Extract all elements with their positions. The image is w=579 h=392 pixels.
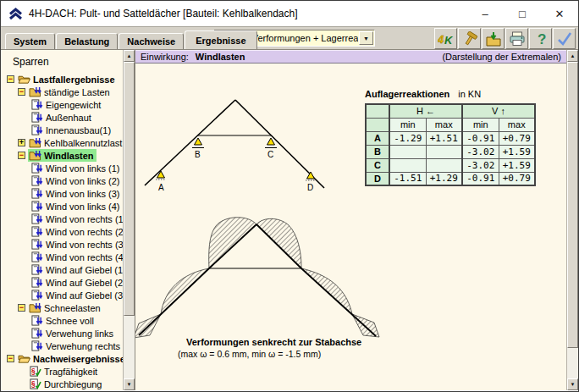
- load-case-icon: [30, 315, 43, 326]
- confirm-button[interactable]: [553, 28, 576, 49]
- load-case-icon: [30, 112, 43, 123]
- tools-button[interactable]: [458, 28, 481, 49]
- truss-diagram: A B C D: [142, 73, 362, 208]
- tree-item-verwehung-links[interactable]: Verwehung links: [1, 327, 123, 340]
- expand-icon[interactable]: +: [18, 139, 25, 146]
- collapse-icon[interactable]: −: [18, 88, 25, 96]
- tree-item-schnee-voll[interactable]: Schnee voll: [1, 314, 123, 327]
- result-canvas: A B C D Auflagerreaktionenin KN H ← V ↑: [135, 63, 566, 390]
- tree-item-kehlbalkennutzlast[interactable]: + Kehlbalkennutzlast: [1, 136, 123, 149]
- collapse-icon[interactable]: −: [18, 152, 25, 159]
- printer-icon: [509, 31, 526, 47]
- tree-item-wind-von-rechts-1[interactable]: Wind von rechts (1): [1, 213, 123, 225]
- 4h-logo-icon: 4 K: [438, 31, 455, 47]
- folder-open-icon: [18, 353, 30, 364]
- deformation-values: (max ω = 0.6 mm, min ω = -1.5 mm): [178, 349, 321, 359]
- tree-item-eigengewicht[interactable]: Eigengewicht: [1, 98, 123, 111]
- tree-item-innenausbau[interactable]: Innenausbau(1): [1, 124, 123, 136]
- collapse-icon[interactable]: −: [18, 304, 25, 312]
- extremalen-note: (Darstellung der Extremalen): [442, 52, 561, 62]
- einwirkung-value: Windlasten: [196, 52, 245, 62]
- scroll-up-icon[interactable]: ▲: [567, 50, 578, 62]
- tab-nachweise[interactable]: Nachweise: [119, 33, 184, 49]
- tree-item-wind-von-rechts-3[interactable]: Wind von rechts (3): [1, 238, 123, 251]
- tree-item-wind-von-links-1[interactable]: Wind von links (1): [1, 162, 123, 174]
- main-scrollbar[interactable]: ▲ ▼: [566, 50, 578, 390]
- tab-system[interactable]: System: [5, 33, 55, 49]
- chevron-down-icon[interactable]: ▼: [359, 31, 373, 45]
- support-label-b: B: [195, 150, 201, 159]
- scroll-down-icon[interactable]: ▼: [124, 378, 135, 390]
- sidebar-title: Sparren: [1, 53, 123, 73]
- toolbar: System Belastung Nachweise Ergebnisse ex…: [1, 26, 578, 49]
- help-button[interactable]: ?: [529, 28, 552, 49]
- scrollbar-thumb[interactable]: [124, 62, 135, 316]
- collapse-icon[interactable]: −: [7, 75, 14, 83]
- tree-item-tragfaehigkeit[interactable]: Tragfähigkeit: [1, 365, 123, 378]
- load-case-icon: [30, 264, 43, 275]
- tree-item-lastfallergebnisse[interactable]: − Lastfallergebnisse: [1, 73, 123, 86]
- tree-item-wind-auf-giebel-1[interactable]: Wind auf Giebel (1): [1, 263, 123, 276]
- tree-item-wind-von-links-3[interactable]: Wind von links (3): [1, 187, 123, 200]
- minimize-button[interactable]: –: [466, 1, 504, 26]
- tree-item-verwehung-rechts[interactable]: Verwehung rechts: [1, 340, 123, 352]
- support-label-c: C: [267, 150, 273, 159]
- tree-item-wind-von-links-2[interactable]: Wind von links (2): [1, 174, 123, 187]
- sidebar-scrollbar[interactable]: ▲ ▼: [123, 50, 135, 390]
- main-area: Einwirkung:Windlasten (Darstellung der E…: [135, 50, 578, 390]
- table-row: B -3.02 +1.59: [366, 145, 535, 158]
- scroll-down-icon[interactable]: ▼: [567, 378, 578, 390]
- svg-text:?: ?: [538, 31, 546, 47]
- scrollbar-track[interactable]: [124, 316, 135, 378]
- tab-ergebnisse[interactable]: Ergebnisse: [185, 30, 256, 49]
- tree-item-wind-auf-giebel-3[interactable]: Wind auf Giebel (3): [1, 289, 123, 301]
- load-case-icon: [30, 239, 43, 250]
- einwirkung-label: Einwirkung:: [141, 52, 189, 62]
- load-case-icon: [30, 124, 43, 135]
- tree-item-wind-von-links-4[interactable]: Wind von links (4): [1, 200, 123, 213]
- folder-arrow-icon: [485, 31, 502, 47]
- col-group-v: V ↑: [462, 104, 535, 118]
- tree-item-durchbiegung[interactable]: Durchbiegung: [1, 378, 123, 390]
- subheader: max: [499, 118, 535, 131]
- deformation-diagram: Verformungen senkrecht zur Stabachse (ma…: [135, 208, 388, 361]
- load-case-icon: [30, 251, 43, 262]
- tree-item-nachweisergebnisse[interactable]: − Nachweisergebnisse: [1, 352, 123, 365]
- tree-item-wind-von-rechts-2[interactable]: Wind von rechts (2): [1, 225, 123, 238]
- scrollbar-thumb[interactable]: [567, 62, 578, 348]
- load-group-icon: [29, 150, 41, 161]
- hammer-icon: [461, 31, 478, 47]
- pcae-chevron-icon: [8, 8, 23, 20]
- proof-check-icon: [29, 378, 41, 389]
- tree-item-staendige-lasten[interactable]: − ständige Lasten: [1, 86, 123, 98]
- collapse-icon[interactable]: −: [7, 355, 14, 362]
- subheader: min: [462, 118, 499, 131]
- scrollbar-track[interactable]: [567, 348, 578, 378]
- load-case-icon: [30, 213, 43, 224]
- result-header-bar: Einwirkung:Windlasten (Darstellung der E…: [135, 50, 566, 63]
- reactions-table: H ← V ↑ min max min max A: [365, 103, 536, 186]
- tab-belastung[interactable]: Belastung: [56, 33, 118, 49]
- load-case-icon: [30, 290, 43, 301]
- logo-4h-button[interactable]: 4 K: [434, 28, 457, 49]
- import-button[interactable]: [482, 28, 505, 49]
- load-case-icon: [30, 99, 43, 110]
- proof-check-icon: [29, 366, 41, 377]
- tree-item-schneelasten[interactable]: − Schneelasten: [1, 301, 123, 314]
- maximize-button[interactable]: □: [504, 1, 541, 26]
- subheader: min: [389, 118, 426, 131]
- close-button[interactable]: ✕: [541, 1, 578, 26]
- tree-item-windlasten[interactable]: − Windlasten: [1, 149, 123, 162]
- load-case-icon: [30, 277, 43, 288]
- scroll-up-icon[interactable]: ▲: [124, 50, 135, 62]
- load-group-icon: [29, 137, 41, 148]
- support-c-icon: [267, 138, 275, 145]
- table-row: C -3.02 +1.59: [366, 158, 535, 172]
- tree-item-aussenhaut[interactable]: Außenhaut: [1, 111, 123, 124]
- tree-item-wind-von-rechts-4[interactable]: Wind von rechts (4): [1, 251, 123, 263]
- support-d-icon: [307, 172, 315, 179]
- print-button[interactable]: [505, 28, 528, 49]
- svg-text:K: K: [444, 34, 454, 47]
- tree-item-wind-auf-giebel-2[interactable]: Wind auf Giebel (2): [1, 276, 123, 289]
- check-mark-icon: [556, 31, 573, 47]
